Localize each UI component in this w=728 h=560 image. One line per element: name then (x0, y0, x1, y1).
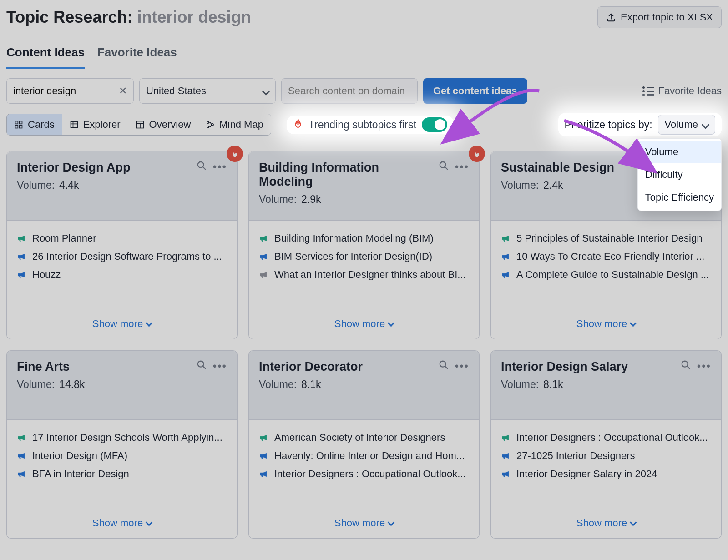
idea-row[interactable]: American Society of Interior Designers (259, 432, 469, 444)
idea-text: Interior Designer Salary in 2024 (516, 468, 657, 480)
chevron-down-icon (146, 320, 153, 327)
card-body: Room Planner 26 Interior Design Software… (7, 221, 237, 312)
more-icon[interactable]: ••• (697, 360, 711, 373)
volume-label: Volume: (259, 193, 297, 206)
idea-row[interactable]: BIM Services for Interior Design(ID) (259, 251, 469, 262)
card-body: Building Information Modeling (BIM) BIM … (249, 221, 479, 312)
domain-search-wrap[interactable] (281, 78, 418, 104)
chevron-down-icon (262, 87, 270, 95)
prioritize-option-difficulty[interactable]: Difficulty (638, 163, 721, 186)
cards-grid: Interior Design App ••• Volume: 4.4k Roo… (6, 151, 722, 539)
search-icon[interactable] (439, 161, 449, 173)
card-title[interactable]: Interior Design Salary (501, 360, 628, 374)
idea-text: What an Interior Designer thinks about B… (274, 269, 466, 281)
chevron-down-icon (146, 519, 153, 526)
show-more-label: Show more (92, 318, 143, 330)
more-icon[interactable]: ••• (213, 161, 227, 173)
view-overview-button[interactable]: Overview (128, 114, 199, 135)
topic-input-wrap[interactable]: ✕ (6, 78, 134, 104)
view-explorer-label: Explorer (83, 119, 121, 131)
idea-row[interactable]: 17 Interior Design Schools Worth Applyin… (17, 432, 227, 444)
bullhorn-icon (259, 270, 269, 280)
prioritize-option-topic-efficiency[interactable]: Topic Efficiency (638, 186, 721, 209)
idea-row[interactable]: 26 Interior Design Software Programs to … (17, 251, 227, 262)
chevron-down-icon (388, 320, 395, 327)
more-icon[interactable]: ••• (213, 360, 227, 373)
idea-text: 10 Ways To Create Eco Friendly Interior … (516, 251, 704, 262)
idea-row[interactable]: Havenly: Online Interior Design and Hom.… (259, 450, 469, 462)
idea-row[interactable]: A Complete Guide to Sustainable Design .… (501, 269, 711, 281)
idea-row[interactable]: 10 Ways To Create Eco Friendly Interior … (501, 251, 711, 262)
view-cards-button[interactable]: Cards (7, 114, 62, 135)
card-title[interactable]: Sustainable Design (501, 161, 614, 175)
card-title[interactable]: Interior Decorator (259, 360, 363, 374)
show-more-button[interactable]: Show more (249, 312, 479, 339)
card-head: Building Information Modeling ••• Volume… (249, 151, 479, 221)
idea-text: Interior Designers : Occupational Outloo… (516, 432, 708, 444)
card-body: 5 Principles of Sustainable Interior Des… (491, 221, 721, 312)
volume-value: 8.1k (543, 378, 563, 391)
bullhorn-icon (501, 233, 511, 243)
export-button[interactable]: Export topic to XLSX (597, 6, 722, 28)
idea-row[interactable]: Interior Designer Salary in 2024 (501, 468, 711, 480)
show-more-label: Show more (576, 318, 627, 330)
idea-row[interactable]: 5 Principles of Sustainable Interior Des… (501, 232, 711, 244)
idea-row[interactable]: Interior Designers : Occupational Outloo… (501, 432, 711, 444)
show-more-button[interactable]: Show more (491, 511, 721, 538)
card-title[interactable]: Building Information Modeling (259, 161, 423, 189)
view-explorer-button[interactable]: Explorer (62, 114, 128, 135)
volume-value: 2.9k (301, 193, 321, 206)
search-icon[interactable] (197, 161, 207, 173)
clear-topic-icon[interactable]: ✕ (119, 85, 127, 97)
trending-badge-icon (227, 146, 243, 162)
search-icon[interactable] (197, 360, 207, 373)
bullhorn-icon (17, 433, 27, 443)
show-more-button[interactable]: Show more (7, 511, 237, 538)
topic-input[interactable] (13, 85, 104, 97)
idea-row[interactable]: Building Information Modeling (BIM) (259, 232, 469, 244)
show-more-button[interactable]: Show more (491, 312, 721, 339)
idea-row[interactable]: BFA in Interior Design (17, 468, 227, 480)
card-title[interactable]: Fine Arts (17, 360, 70, 374)
idea-text: A Complete Guide to Sustainable Design .… (516, 269, 709, 281)
svg-rect-4 (20, 126, 22, 128)
idea-row[interactable]: Houzz (17, 269, 227, 281)
show-more-label: Show more (576, 517, 627, 529)
view-mindmap-button[interactable]: Mind Map (198, 114, 271, 135)
tab-favorite-ideas[interactable]: Favorite Ideas (97, 45, 177, 69)
card-title[interactable]: Interior Design App (17, 161, 131, 175)
idea-row[interactable]: Room Planner (17, 232, 227, 244)
idea-row[interactable]: Interior Designers : Occupational Outloo… (259, 468, 469, 480)
show-more-button[interactable]: Show more (7, 312, 237, 339)
page-title: Topic Research: interior design (6, 8, 251, 27)
get-content-ideas-button[interactable]: Get content ideas (423, 78, 527, 104)
title-prefix: Topic Research: (6, 8, 132, 26)
prioritize-option-volume[interactable]: Volume (638, 141, 721, 163)
idea-row[interactable]: Interior Design (MFA) (17, 450, 227, 462)
idea-row[interactable]: What an Interior Designer thinks about B… (259, 269, 469, 281)
show-more-button[interactable]: Show more (249, 511, 479, 538)
idea-text: Building Information Modeling (BIM) (274, 232, 434, 244)
cards-icon (14, 120, 23, 129)
svg-rect-1 (15, 121, 18, 124)
trending-toggle[interactable] (422, 117, 447, 132)
list-icon (642, 86, 654, 96)
show-more-label: Show more (334, 318, 385, 330)
search-icon[interactable] (439, 360, 449, 373)
volume-value: 8.1k (301, 378, 321, 391)
export-label: Export topic to XLSX (621, 11, 713, 23)
favorite-ideas-link[interactable]: Favorite Ideas (642, 85, 722, 97)
idea-text: 17 Interior Design Schools Worth Applyin… (32, 432, 222, 444)
idea-text: Havenly: Online Interior Design and Hom.… (274, 450, 465, 462)
card-head: Interior Design App ••• Volume: 4.4k (7, 151, 237, 221)
tab-content-ideas[interactable]: Content Ideas (6, 45, 85, 69)
bullhorn-icon (17, 469, 27, 479)
prioritize-select[interactable]: Volume (658, 115, 715, 135)
search-icon[interactable] (681, 360, 691, 373)
more-icon[interactable]: ••• (455, 360, 469, 373)
more-icon[interactable]: ••• (455, 161, 469, 173)
idea-row[interactable]: 27-1025 Interior Designers (501, 450, 711, 462)
country-select[interactable]: United States (139, 78, 276, 104)
domain-search-input[interactable] (288, 85, 411, 97)
card-head: Fine Arts ••• Volume: 14.8k (7, 351, 237, 420)
